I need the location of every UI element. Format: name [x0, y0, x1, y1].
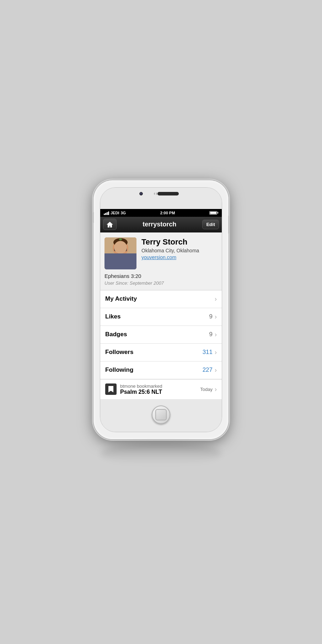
earpiece — [157, 192, 179, 195]
network-label: 3G — [120, 211, 126, 215]
menu-item-followers[interactable]: Followers 311 › — [100, 344, 222, 361]
carrier-label: JEDI — [111, 211, 119, 215]
menu-item-following[interactable]: Following 227 › — [100, 361, 222, 379]
home-icon — [106, 221, 113, 227]
signal-bar-3 — [107, 212, 108, 215]
svg-rect-4 — [114, 247, 119, 251]
signal-bar-2 — [105, 213, 106, 215]
status-bar: JEDI 3G 2:00 PM — [100, 209, 222, 217]
status-left: JEDI 3G — [104, 211, 126, 215]
followers-count: 311 — [203, 349, 213, 356]
profile-website[interactable]: youversion.com — [141, 254, 218, 260]
nav-title: terrystorch — [117, 221, 202, 228]
menu-item-label-badges: Badges — [105, 331, 127, 338]
activity-time: Today — [200, 387, 213, 392]
menu-item-right-followers: 311 › — [203, 349, 217, 356]
power-button — [228, 216, 230, 234]
profile-verse: Ephesians 3:20 — [104, 273, 218, 279]
profile-since: User Since: September 2007 — [104, 280, 218, 286]
battery-body — [209, 211, 217, 215]
phone-bottom — [100, 399, 222, 432]
profile-top: Terry Storch Oklahoma City, Oklahoma you… — [104, 237, 218, 269]
phone-reflection — [101, 443, 221, 464]
phone-frame: JEDI 3G 2:00 PM — [93, 180, 229, 439]
menu-item-likes[interactable]: Likes 9 › — [100, 308, 222, 326]
signal-bar-1 — [104, 214, 105, 215]
bookmark-shape — [108, 386, 113, 392]
volume-button — [92, 212, 94, 223]
activity-title: Psalm 25:6 NLT — [120, 389, 200, 395]
battery-fill — [210, 212, 216, 214]
avatar-image — [104, 237, 136, 269]
chevron-icon-following: › — [215, 366, 217, 374]
avatar-svg — [104, 237, 136, 269]
time-label: 2:00 PM — [160, 211, 175, 215]
svg-rect-3 — [108, 261, 133, 269]
menu-item-right-badges: 9 › — [209, 331, 217, 338]
profile-name: Terry Storch — [141, 237, 218, 247]
menu-item-label-following: Following — [105, 366, 133, 374]
svg-rect-5 — [122, 247, 127, 251]
signal-icon — [104, 211, 109, 215]
home-button-inner — [155, 409, 167, 420]
chevron-icon-my-activity: › — [215, 295, 217, 303]
home-button-nav[interactable] — [103, 219, 117, 230]
nav-bar: terrystorch Edit — [100, 217, 222, 232]
edit-button[interactable]: Edit — [202, 220, 219, 229]
chevron-icon-likes: › — [215, 313, 217, 321]
avatar — [104, 237, 136, 269]
phone-top — [100, 188, 222, 195]
menu-item-label-my-activity: My Activity — [105, 295, 137, 302]
menu-item-right-following: 227 › — [203, 366, 217, 374]
chevron-icon-badges: › — [215, 331, 217, 338]
following-count: 227 — [203, 366, 213, 374]
menu-item-my-activity[interactable]: My Activity › — [100, 290, 222, 308]
profile-info: Terry Storch Oklahoma City, Oklahoma you… — [141, 237, 218, 260]
chevron-icon-followers: › — [215, 349, 217, 356]
svg-rect-0 — [104, 237, 136, 269]
menu-item-label-likes: Likes — [105, 313, 120, 320]
battery-tip — [218, 212, 218, 214]
battery-icon — [209, 211, 218, 215]
menu-item-badges[interactable]: Badges 9 › — [100, 326, 222, 344]
badges-count: 9 — [209, 331, 213, 338]
home-button-hardware[interactable] — [152, 406, 170, 424]
menu-list: My Activity › Likes 9 › Badges — [100, 290, 222, 399]
profile-section: Terry Storch Oklahoma City, Oklahoma you… — [100, 232, 222, 290]
signal-bar-4 — [108, 211, 109, 215]
activity-item[interactable]: btmone bookmarked Psalm 25:6 NLT Today › — [100, 379, 222, 399]
activity-text: btmone bookmarked Psalm 25:6 NLT — [120, 383, 200, 395]
menu-item-right-likes: 9 › — [209, 313, 217, 321]
screen: JEDI 3G 2:00 PM — [100, 209, 222, 399]
menu-item-label-followers: Followers — [105, 349, 133, 356]
menu-item-right-my-activity: › — [215, 295, 217, 303]
chevron-icon-activity: › — [215, 386, 217, 393]
likes-count: 9 — [209, 313, 213, 320]
activity-user: btmone bookmarked — [120, 383, 200, 389]
profile-location: Oklahoma City, Oklahoma — [141, 248, 218, 253]
bookmark-icon — [105, 383, 117, 395]
front-camera — [139, 192, 143, 195]
